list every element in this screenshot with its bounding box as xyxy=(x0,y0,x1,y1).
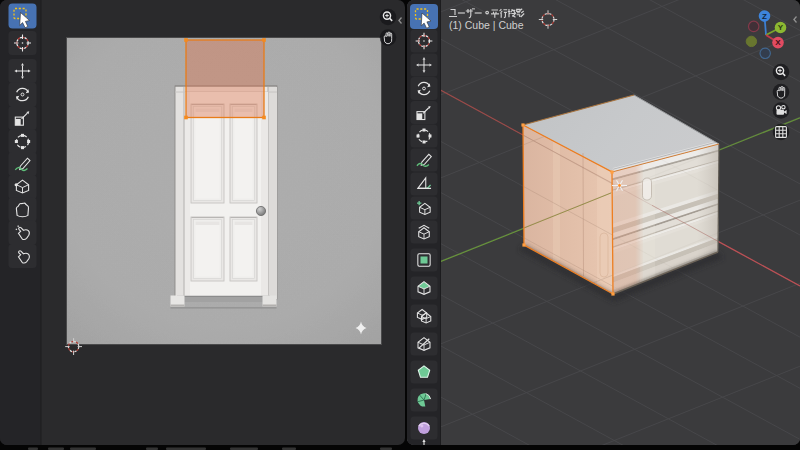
svg-text:X: X xyxy=(775,38,781,47)
svg-text:Z: Z xyxy=(762,12,767,21)
svg-text:(1) Cube | Cube: (1) Cube | Cube xyxy=(449,19,524,31)
svg-text:Y: Y xyxy=(778,23,784,32)
